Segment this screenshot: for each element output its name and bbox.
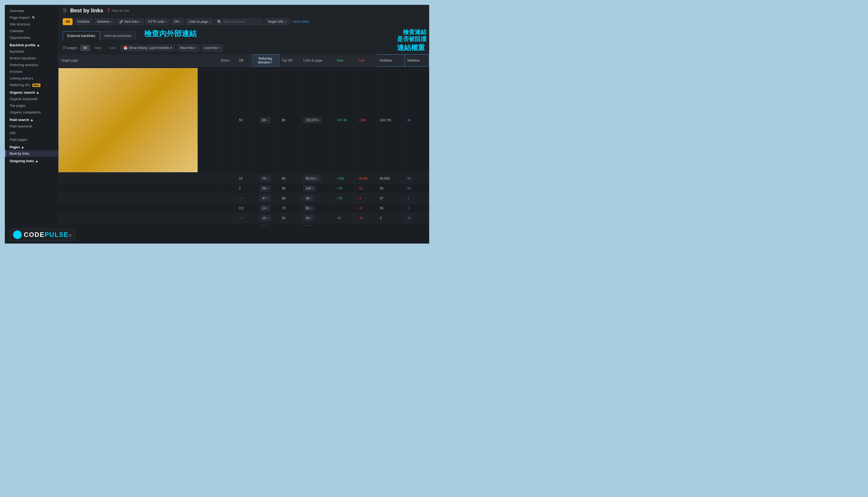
- search-input[interactable]: [223, 20, 261, 24]
- table-header-row: Target page Status UR Referring domains …: [58, 55, 429, 67]
- sidebar-item-paid-keywords[interactable]: Paid keywords: [5, 123, 58, 129]
- cell-target-page-3: [58, 184, 218, 194]
- ref-domains-dropdown-2[interactable]: 76 ▾: [260, 175, 271, 182]
- links-dropdown-6[interactable]: 26 ▾: [303, 215, 314, 221]
- col-referring-domains[interactable]: Referring domains ▾: [251, 55, 279, 67]
- cell-target-page-5: [58, 203, 218, 213]
- col-top-dr: Top DR: [279, 55, 300, 67]
- history-button[interactable]: 📅 Show history: Last 6 months ▾: [121, 45, 175, 51]
- sidebar-item-referring-domains[interactable]: Referring domains: [5, 61, 58, 68]
- logo-text: CODEPULSE®: [24, 231, 72, 239]
- filter-all-button[interactable]: All: [63, 18, 73, 25]
- link-icon: 🔗: [119, 20, 123, 24]
- calendar-icon: 📅: [124, 46, 127, 50]
- ref-domains-dropdown-4[interactable]: 47 ▾: [260, 195, 271, 201]
- tab-internal-backlinks[interactable]: Internal backlinks: [100, 31, 136, 40]
- lost-links-button[interactable]: Lost links ▾: [202, 44, 223, 52]
- logo-svg: [14, 231, 21, 239]
- ref-domains-dropdown-3[interactable]: 69 ▾: [260, 185, 271, 191]
- cell-new-4: +33: [334, 194, 356, 203]
- links-dropdown-5[interactable]: 58 ▾: [303, 205, 314, 211]
- col-nofollow: Nofollow: [404, 55, 429, 67]
- cell-ref-domains-3: 69 ▾: [251, 184, 279, 194]
- links-dropdown-1[interactable]: 133,073 ▾: [303, 117, 322, 123]
- menu-icon[interactable]: ☰: [63, 8, 67, 14]
- filter-target-url-button[interactable]: Target URL ▾: [265, 18, 289, 25]
- cell-links-to-page-6: 26 ▾: [300, 213, 334, 223]
- filter-dofollow-button[interactable]: Dofollow: [74, 18, 93, 25]
- annotation-link-weight: 連結權重: [397, 43, 425, 53]
- sidebar-item-site-structure[interactable]: Site structure: [5, 21, 58, 28]
- sidebar-item-backlinks[interactable]: Backlinks: [5, 48, 58, 55]
- ref-domains-dropdown-5[interactable]: 14 ▾: [260, 205, 271, 211]
- sub-filter-all-button[interactable]: All: [80, 45, 90, 51]
- sidebar-item-broken-backlinks[interactable]: Broken backlinks: [5, 55, 58, 61]
- sidebar-section-outgoing[interactable]: Outgoing links ▲: [5, 157, 58, 164]
- chevron-down-icon: ▾: [310, 207, 312, 210]
- sidebar-item-best-by-links[interactable]: Best by links: [5, 150, 58, 157]
- cell-top-dr-5: 73: [279, 203, 300, 213]
- chevron-down-icon: ▾: [310, 197, 312, 200]
- filter-bar: All Dofollow Nofollow ▾ 🔗 Best links ▾ H…: [58, 16, 429, 28]
- new-links-button[interactable]: New links ▾: [177, 44, 199, 52]
- cell-links-to-page-2: 65,614 ▾: [300, 174, 334, 184]
- sub-filter-lost-button[interactable]: Lost: [106, 45, 119, 51]
- sidebar-item-anchors[interactable]: Anchors: [5, 68, 58, 75]
- sidebar-item-top-pages[interactable]: Top pages: [5, 102, 58, 109]
- annotation-check-blocked: 檢查連結 是否被阻擋: [397, 29, 427, 43]
- cell-new-3: +70: [334, 184, 356, 194]
- chevron-down-icon: ▾: [170, 46, 172, 50]
- cell-status-5: [218, 203, 236, 213]
- sidebar-item-ads[interactable]: Ads: [5, 129, 58, 136]
- table-row: 14 76 ▾ 90: [58, 174, 429, 184]
- sidebar-item-linking-authors[interactable]: Linking authors: [5, 75, 58, 82]
- sidebar-item-overview[interactable]: Overview: [5, 8, 58, 14]
- cell-ur-2: 14: [236, 174, 251, 184]
- ref-domains-dropdown-6[interactable]: 10 ▾: [260, 215, 271, 221]
- links-dropdown-3[interactable]: 156 ▾: [303, 185, 316, 191]
- sidebar-section-pages[interactable]: Pages ▲: [5, 143, 58, 150]
- more-filters-button[interactable]: + More filters: [291, 20, 310, 24]
- chevron-down-icon: ▾: [110, 20, 112, 23]
- sidebar-item-page-inspect[interactable]: Page inspect 🔍: [5, 14, 58, 21]
- cell-new-6: +9: [334, 213, 356, 223]
- filter-links-to-page-button[interactable]: Links to page ▾: [186, 18, 213, 25]
- sub-filter-new-button[interactable]: New: [92, 45, 104, 51]
- search-icon: 🔍: [217, 20, 222, 24]
- cell-dofollow-2: 65,630: [377, 174, 404, 184]
- filter-http-code-button[interactable]: HTTP code ▾: [145, 18, 169, 25]
- chevron-down-icon: ▾: [219, 46, 220, 49]
- sidebar-section-organic[interactable]: Organic search ▲: [5, 88, 58, 96]
- tabs-row: External backlinks Internal backlinks 檢查…: [58, 28, 429, 42]
- cell-lost-3: -51: [356, 184, 377, 194]
- chevron-down-icon: ▾: [267, 207, 268, 210]
- how-to-use-link[interactable]: ❓ How to use: [106, 9, 129, 13]
- col-links-to-page: Links to page: [300, 55, 334, 67]
- links-dropdown-2[interactable]: 65,614 ▾: [303, 175, 320, 182]
- cell-new-5: [334, 203, 356, 213]
- sidebar-item-organic-keywords[interactable]: Organic keywords: [5, 96, 58, 102]
- chevron-down-icon: ▾: [180, 20, 181, 23]
- cell-status-1: [218, 67, 236, 174]
- filter-dr-button[interactable]: DR ▾: [171, 18, 184, 25]
- cell-nofollow-1: 84: [404, 67, 429, 174]
- filter-best-links-button[interactable]: 🔗 Best links ▾: [116, 18, 143, 25]
- sidebar-item-referring-ips[interactable]: Referring IPs New: [5, 82, 58, 88]
- cell-status-3: [218, 184, 236, 194]
- cell-links-to-page-5: 58 ▾: [300, 203, 334, 213]
- ref-domains-dropdown-1[interactable]: 86 ▾: [260, 117, 271, 123]
- links-dropdown-4[interactable]: 48 ▾: [303, 195, 314, 201]
- main-table: Target page Status UR Referring domains …: [58, 54, 429, 226]
- sidebar-item-calendar[interactable]: Calendar: [5, 28, 58, 34]
- table-row: — 47 ▾ 90: [58, 194, 429, 203]
- cell-nofollow-5: 2: [404, 203, 429, 213]
- svg-rect-3: [15, 235, 17, 237]
- sidebar-item-paid-pages[interactable]: Paid pages: [5, 136, 58, 143]
- filter-nofollow-button[interactable]: Nofollow ▾: [94, 18, 115, 25]
- tab-external-backlinks[interactable]: External backlinks: [63, 31, 100, 40]
- sidebar-item-opportunities[interactable]: Opportunities: [5, 34, 58, 41]
- sidebar-section-backlink[interactable]: Backlink profile ▲: [5, 41, 58, 48]
- sidebar-section-paid[interactable]: Paid search ▲: [5, 116, 58, 123]
- cell-target-page-4: [58, 194, 218, 203]
- sidebar-item-organic-competitors[interactable]: Organic competitors: [5, 109, 58, 116]
